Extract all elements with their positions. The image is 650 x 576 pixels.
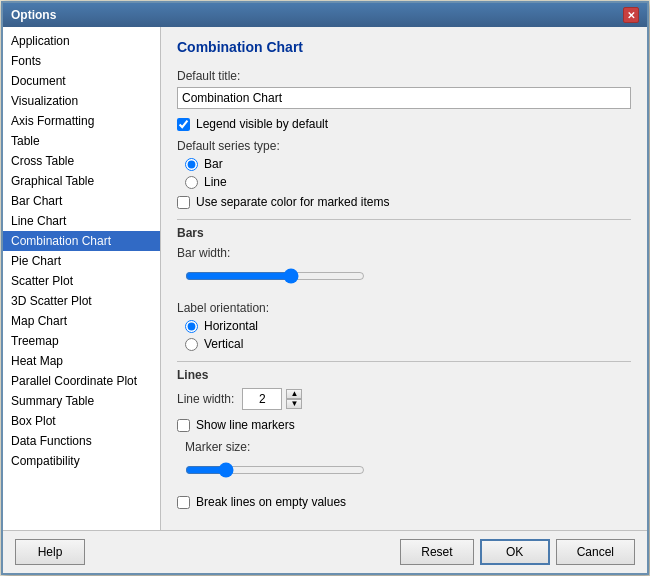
sidebar-item-fonts[interactable]: Fonts bbox=[3, 51, 160, 71]
separate-color-label: Use separate color for marked items bbox=[196, 195, 389, 209]
show-markers-row: Show line markers bbox=[177, 418, 631, 432]
lines-section-header: Lines bbox=[177, 368, 631, 382]
sidebar-item-parallel-coordinate-plot[interactable]: Parallel Coordinate Plot bbox=[3, 371, 160, 391]
lines-separator bbox=[177, 361, 631, 362]
orientation-vertical-row: Vertical bbox=[177, 337, 631, 351]
separate-color-checkbox[interactable] bbox=[177, 196, 190, 209]
sidebar-item-heat-map[interactable]: Heat Map bbox=[3, 351, 160, 371]
sidebar-item-cross-table[interactable]: Cross Table bbox=[3, 151, 160, 171]
sidebar-item-document[interactable]: Document bbox=[3, 71, 160, 91]
sidebar-item-visualization[interactable]: Visualization bbox=[3, 91, 160, 111]
dialog-body: ApplicationFontsDocumentVisualizationAxi… bbox=[3, 27, 647, 530]
options-dialog: Options ✕ ApplicationFontsDocumentVisual… bbox=[1, 1, 649, 575]
bar-width-label: Bar width: bbox=[177, 246, 631, 260]
ok-button[interactable]: OK bbox=[480, 539, 550, 565]
line-width-spinner: ▲ ▼ bbox=[286, 389, 302, 409]
sidebar-item-scatter-plot[interactable]: Scatter Plot bbox=[3, 271, 160, 291]
orientation-horizontal-row: Horizontal bbox=[177, 319, 631, 333]
content-area: Combination Chart Default title: Legend … bbox=[161, 27, 647, 530]
legend-checkbox[interactable] bbox=[177, 118, 190, 131]
sidebar-item-axis-formatting[interactable]: Axis Formatting bbox=[3, 111, 160, 131]
sidebar-item-graphical-table[interactable]: Graphical Table bbox=[3, 171, 160, 191]
line-width-input[interactable] bbox=[242, 388, 282, 410]
bars-separator bbox=[177, 219, 631, 220]
sidebar-item-data-functions[interactable]: Data Functions bbox=[3, 431, 160, 451]
separate-color-row: Use separate color for marked items bbox=[177, 195, 631, 209]
orientation-horizontal-label: Horizontal bbox=[204, 319, 258, 333]
legend-row: Legend visible by default bbox=[177, 117, 631, 131]
sidebar-item-compatibility[interactable]: Compatibility bbox=[3, 451, 160, 471]
sidebar-item-application[interactable]: Application bbox=[3, 31, 160, 51]
default-title-label: Default title: bbox=[177, 69, 631, 83]
default-series-label: Default series type: bbox=[177, 139, 631, 153]
marker-size-label: Marker size: bbox=[177, 440, 631, 454]
section-heading: Combination Chart bbox=[177, 39, 631, 59]
help-button[interactable]: Help bbox=[15, 539, 85, 565]
cancel-button[interactable]: Cancel bbox=[556, 539, 635, 565]
default-title-input[interactable] bbox=[177, 87, 631, 109]
sidebar-item-map-chart[interactable]: Map Chart bbox=[3, 311, 160, 331]
sidebar-item-line-chart[interactable]: Line Chart bbox=[3, 211, 160, 231]
orientation-horizontal-radio[interactable] bbox=[185, 320, 198, 333]
series-line-radio[interactable] bbox=[185, 176, 198, 189]
sidebar-item-summary-table[interactable]: Summary Table bbox=[3, 391, 160, 411]
bar-width-slider[interactable] bbox=[185, 268, 365, 284]
break-lines-label: Break lines on empty values bbox=[196, 495, 346, 509]
sidebar-item-pie-chart[interactable]: Pie Chart bbox=[3, 251, 160, 271]
label-orientation-label: Label orientation: bbox=[177, 301, 631, 315]
series-bar-row: Bar bbox=[177, 157, 631, 171]
series-bar-label: Bar bbox=[204, 157, 223, 171]
orientation-vertical-label: Vertical bbox=[204, 337, 243, 351]
legend-label: Legend visible by default bbox=[196, 117, 328, 131]
series-line-row: Line bbox=[177, 175, 631, 189]
series-type-group: Bar Line bbox=[177, 157, 631, 189]
show-markers-label: Show line markers bbox=[196, 418, 295, 432]
bars-section-header: Bars bbox=[177, 226, 631, 240]
marker-size-slider-container bbox=[177, 458, 631, 485]
sidebar-item-table[interactable]: Table bbox=[3, 131, 160, 151]
dialog-title: Options bbox=[11, 8, 56, 22]
sidebar-item-combination-chart[interactable]: Combination Chart bbox=[3, 231, 160, 251]
reset-button[interactable]: Reset bbox=[400, 539, 473, 565]
title-bar: Options ✕ bbox=[3, 3, 647, 27]
dialog-footer: Help Reset OK Cancel bbox=[3, 530, 647, 573]
break-lines-row: Break lines on empty values bbox=[177, 495, 631, 509]
series-line-label: Line bbox=[204, 175, 227, 189]
line-width-row: Line width: ▲ ▼ bbox=[177, 388, 631, 410]
show-markers-checkbox[interactable] bbox=[177, 419, 190, 432]
bar-width-slider-container bbox=[177, 264, 631, 291]
orientation-vertical-radio[interactable] bbox=[185, 338, 198, 351]
series-bar-radio[interactable] bbox=[185, 158, 198, 171]
sidebar-item-box-plot[interactable]: Box Plot bbox=[3, 411, 160, 431]
break-lines-checkbox[interactable] bbox=[177, 496, 190, 509]
sidebar-item-treemap[interactable]: Treemap bbox=[3, 331, 160, 351]
orientation-group: Horizontal Vertical bbox=[177, 319, 631, 351]
line-width-label: Line width: bbox=[177, 392, 234, 406]
sidebar-item-bar-chart[interactable]: Bar Chart bbox=[3, 191, 160, 211]
sidebar-item-3d-scatter-plot[interactable]: 3D Scatter Plot bbox=[3, 291, 160, 311]
footer-right: Reset OK Cancel bbox=[400, 539, 635, 565]
marker-size-slider[interactable] bbox=[185, 462, 365, 478]
line-width-down[interactable]: ▼ bbox=[286, 399, 302, 409]
close-button[interactable]: ✕ bbox=[623, 7, 639, 23]
sidebar: ApplicationFontsDocumentVisualizationAxi… bbox=[3, 27, 161, 530]
line-width-up[interactable]: ▲ bbox=[286, 389, 302, 399]
